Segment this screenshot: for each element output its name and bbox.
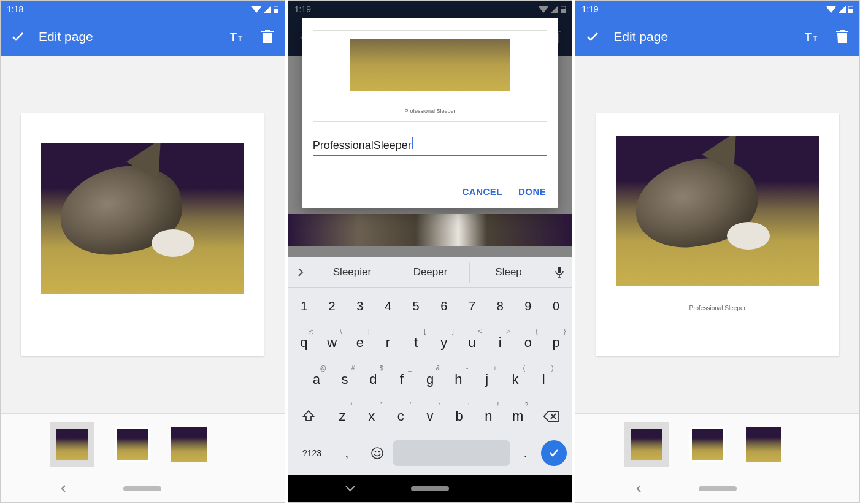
- key[interactable]: m?: [504, 400, 532, 432]
- svg-text:T: T: [238, 34, 243, 43]
- back-icon[interactable]: [60, 484, 68, 493]
- content-area: [1, 56, 285, 475]
- shift-icon: [302, 410, 315, 423]
- key[interactable]: 0: [543, 290, 570, 322]
- confirm-icon[interactable]: [584, 28, 601, 45]
- thumbnail-item[interactable]: [689, 427, 725, 462]
- keyboard-hide-icon[interactable]: [345, 485, 356, 492]
- thumbnail-item[interactable]: [746, 427, 781, 462]
- symbols-key[interactable]: ?123: [293, 437, 331, 469]
- delete-icon[interactable]: [834, 28, 851, 45]
- keyboard-row-1: q% w\ e| r= t[ y] u< i> o{ p}: [288, 324, 572, 361]
- backspace-icon: [543, 410, 559, 422]
- key[interactable]: k(: [502, 364, 529, 395]
- phone-screen-left: 1:18 Edit page TT: [0, 0, 285, 503]
- mic-icon[interactable]: [547, 266, 572, 278]
- battery-icon: [848, 6, 853, 13]
- space-key[interactable]: [393, 440, 510, 466]
- key[interactable]: t[: [402, 327, 429, 359]
- key[interactable]: 6: [431, 290, 458, 322]
- status-time: 1:18: [7, 4, 23, 14]
- key[interactable]: o{: [515, 327, 542, 359]
- key[interactable]: s#: [331, 364, 358, 395]
- confirm-icon[interactable]: [9, 28, 26, 45]
- comma-key[interactable]: ,: [332, 437, 361, 469]
- enter-key[interactable]: [541, 440, 567, 466]
- key[interactable]: z*: [328, 400, 356, 432]
- key[interactable]: 3: [347, 290, 374, 322]
- key[interactable]: 9: [515, 290, 542, 322]
- key[interactable]: f_: [388, 364, 415, 395]
- key[interactable]: y]: [431, 327, 458, 359]
- suggestion-item[interactable]: Deeper: [391, 262, 469, 283]
- key[interactable]: i>: [486, 327, 513, 359]
- expand-suggestions-icon[interactable]: [288, 267, 313, 277]
- key[interactable]: w\: [318, 327, 345, 359]
- key[interactable]: 5: [402, 290, 429, 322]
- page-preview[interactable]: [21, 113, 264, 356]
- home-pill[interactable]: [411, 486, 449, 491]
- key[interactable]: b;: [445, 400, 474, 432]
- keyboard-row-2: a@ s# d$ f_ g& h- j+ k( l): [288, 361, 572, 398]
- status-bar: 1:18: [1, 1, 285, 18]
- suggestion-item[interactable]: Sleepier: [313, 262, 391, 283]
- text-cursor: [412, 137, 413, 149]
- svg-text:T: T: [805, 31, 812, 44]
- thumbnail-item[interactable]: [115, 427, 150, 462]
- home-pill[interactable]: [123, 486, 161, 491]
- key[interactable]: h-: [445, 364, 472, 395]
- text-style-icon[interactable]: TT: [229, 28, 247, 45]
- caption-input[interactable]: Professional Sleeper: [313, 137, 548, 156]
- key[interactable]: v:: [416, 400, 444, 432]
- key[interactable]: g&: [417, 364, 443, 395]
- thumbnail-strip[interactable]: [575, 414, 859, 475]
- shift-key[interactable]: [291, 400, 327, 432]
- back-icon[interactable]: [635, 484, 643, 493]
- key[interactable]: j+: [473, 364, 500, 395]
- suggestion-item[interactable]: Sleep: [469, 262, 548, 283]
- key[interactable]: 1: [291, 290, 318, 322]
- phone-screen-middle: 1:19 Edit page TT Professional Sleeper P…: [288, 0, 573, 503]
- thumbnail-item[interactable]: [50, 422, 94, 467]
- thumbnail-item[interactable]: [624, 422, 669, 467]
- text-style-icon[interactable]: TT: [804, 28, 821, 45]
- key[interactable]: 2: [318, 290, 345, 322]
- delete-icon[interactable]: [259, 28, 276, 45]
- thumbnail-strip[interactable]: [1, 414, 285, 475]
- soft-keyboard: Sleepier Deeper Sleep 1 2 3 4 5 6 7 8 9 …: [288, 257, 572, 475]
- key[interactable]: u<: [459, 327, 486, 359]
- dialog-page-preview: Professional Sleeper: [313, 30, 548, 122]
- svg-rect-16: [850, 6, 852, 6]
- key[interactable]: 8: [486, 290, 513, 322]
- home-pill[interactable]: [699, 486, 737, 491]
- svg-rect-10: [558, 267, 561, 273]
- key[interactable]: a@: [303, 364, 330, 395]
- status-icons: [251, 6, 278, 13]
- done-button[interactable]: DONE: [518, 186, 546, 197]
- key[interactable]: x": [358, 400, 386, 432]
- key[interactable]: q%: [291, 327, 318, 359]
- key[interactable]: e|: [347, 327, 374, 359]
- caption-dialog: Professional Sleeper Professional Sleepe…: [302, 18, 559, 208]
- period-key[interactable]: .: [511, 437, 540, 469]
- emoji-key[interactable]: [363, 437, 392, 469]
- page-preview-area: [1, 56, 285, 413]
- key[interactable]: p}: [543, 327, 570, 359]
- backspace-key[interactable]: [533, 400, 569, 432]
- cancel-button[interactable]: CANCEL: [463, 186, 503, 197]
- page-preview[interactable]: Professional Sleeper: [596, 113, 839, 356]
- app-bar: Edit page TT: [575, 18, 859, 56]
- key[interactable]: d$: [359, 364, 386, 395]
- key[interactable]: 7: [459, 290, 486, 322]
- key[interactable]: c': [386, 400, 415, 432]
- photo-image: [288, 214, 572, 246]
- thumbnail-item[interactable]: [171, 427, 207, 462]
- key[interactable]: 4: [375, 290, 402, 322]
- svg-point-13: [378, 451, 380, 453]
- key[interactable]: l): [530, 364, 557, 395]
- android-nav-bar: [1, 475, 285, 502]
- page-title: Edit page: [39, 29, 217, 44]
- svg-rect-15: [848, 9, 853, 13]
- key[interactable]: r=: [375, 327, 402, 359]
- key[interactable]: n!: [475, 400, 503, 432]
